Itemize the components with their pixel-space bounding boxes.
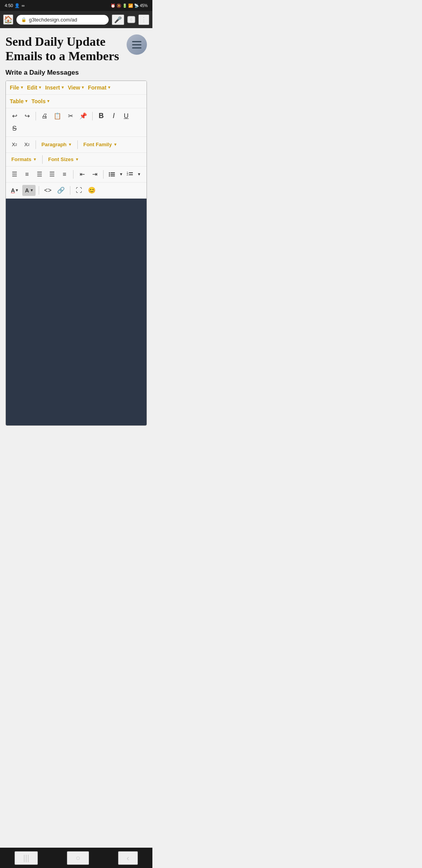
toolbar-row-6: ☰ ≡ ☰ ☰ ≡ ⇤ ⇥ xyxy=(6,167,147,183)
font-color-button[interactable]: A ▼ xyxy=(9,185,21,196)
page-title: Send Daily Update Emails to a Members xyxy=(5,34,147,63)
person-icon: 👤 xyxy=(14,3,20,8)
svg-point-4 xyxy=(109,175,110,176)
file-menu[interactable]: File ▼ xyxy=(9,83,25,92)
code-button[interactable]: <> xyxy=(42,185,54,196)
font-sizes-arrow: ▼ xyxy=(75,157,79,161)
formats-dropdown[interactable]: Formats ▼ xyxy=(9,155,39,163)
svg-rect-5 xyxy=(111,176,115,176)
svg-rect-7 xyxy=(129,172,133,173)
separator-9 xyxy=(70,186,70,195)
toolbar: File ▼ Edit ▼ Insert ▼ View ▼ Format ▼ xyxy=(6,81,147,199)
table-menu[interactable]: Table ▼ xyxy=(9,97,29,106)
print-button[interactable]: 🖨 xyxy=(39,111,50,122)
highlight-arrow: ▼ xyxy=(30,188,34,192)
alarm-icon: ⏰ xyxy=(111,4,115,8)
link-button[interactable]: 🔗 xyxy=(55,185,67,196)
align-right-button[interactable]: ☰ xyxy=(34,169,45,180)
toolbar-row-3: ↩ ↪ 🖨 📋 ✂ 📌 B I U S xyxy=(6,108,147,137)
toolbar-row-2: Table ▼ Tools ▼ xyxy=(6,95,147,108)
underline-button[interactable]: U xyxy=(121,111,132,122)
view-arrow: ▼ xyxy=(81,85,85,90)
browser-bar: 🏠 🔒 g3techdesign.com/ad 🎤 6 ⋮ xyxy=(0,11,152,28)
font-sizes-dropdown[interactable]: Font Sizes ▼ xyxy=(46,155,81,163)
file-arrow: ▼ xyxy=(20,85,24,90)
tools-menu[interactable]: Tools ▼ xyxy=(30,97,51,106)
formats-arrow: ▼ xyxy=(33,157,37,161)
separator-4 xyxy=(77,140,78,149)
separator-7 xyxy=(103,170,104,179)
subscript-button[interactable]: X2 xyxy=(21,139,32,150)
bullet-list-arrow[interactable]: ▼ xyxy=(119,172,123,176)
battery-icon: 🔋 xyxy=(122,4,127,8)
separator-6 xyxy=(73,170,73,179)
url-text: g3techdesign.com/ad xyxy=(29,17,77,23)
italic-button[interactable]: I xyxy=(108,111,119,122)
status-right: ⏰ 🔕 🔋 📶 📡 45% xyxy=(111,4,148,8)
svg-rect-3 xyxy=(111,174,115,175)
mute-icon: 🔕 xyxy=(116,4,121,8)
tools-arrow: ▼ xyxy=(46,99,50,103)
battery-percent: 45% xyxy=(140,4,148,8)
paragraph-arrow: ▼ xyxy=(68,142,72,147)
indent-button[interactable]: ⇥ xyxy=(89,169,100,180)
outdent-button[interactable]: ⇤ xyxy=(77,169,88,180)
superscript-button[interactable]: X2 xyxy=(9,139,20,150)
table-arrow: ▼ xyxy=(25,99,29,103)
font-family-arrow: ▼ xyxy=(113,142,117,147)
highlight-button[interactable]: A ▼ xyxy=(22,185,36,196)
status-bar: 4:50 👤 ∞ ⏰ 🔕 🔋 📶 📡 45% xyxy=(0,0,152,11)
microphone-button[interactable]: 🎤 xyxy=(112,14,124,25)
fullscreen-button[interactable]: ⛶ xyxy=(73,185,84,196)
align-center-button[interactable]: ≡ xyxy=(21,169,32,180)
title-area: Send Daily Update Emails to a Members xyxy=(5,34,147,63)
font-family-dropdown[interactable]: Font Family ▼ xyxy=(81,140,120,149)
separator-8 xyxy=(39,186,39,195)
view-menu[interactable]: View ▼ xyxy=(67,83,86,92)
svg-point-2 xyxy=(109,174,110,175)
numbered-list-button[interactable]: 1. 2. xyxy=(125,169,136,180)
page-content: Send Daily Update Emails to a Members Wr… xyxy=(0,28,152,434)
insert-menu[interactable]: Insert ▼ xyxy=(44,83,65,92)
hamburger-menu-button[interactable] xyxy=(127,34,147,55)
align-left-button[interactable]: ☰ xyxy=(9,169,20,180)
toolbar-row-7: A ▼ A ▼ <> 🔗 ⛶ 😊 xyxy=(6,183,147,198)
separator-1 xyxy=(36,112,36,120)
format-arrow: ▼ xyxy=(107,85,111,90)
undo-button[interactable]: ↩ xyxy=(9,111,20,122)
copy-button[interactable]: 📋 xyxy=(52,111,63,122)
paste-button[interactable]: 📌 xyxy=(77,111,89,122)
toolbar-row-1: File ▼ Edit ▼ Insert ▼ View ▼ Format ▼ xyxy=(6,81,147,95)
section-label: Write a Daily Messages xyxy=(5,69,147,77)
lock-icon: 🔒 xyxy=(21,17,27,22)
svg-rect-9 xyxy=(129,174,133,175)
editor-area[interactable] xyxy=(6,199,147,425)
time: 4:50 xyxy=(5,3,13,8)
tabs-button[interactable]: 6 xyxy=(127,16,135,23)
edit-arrow: ▼ xyxy=(38,85,42,90)
align-full-button[interactable]: ≡ xyxy=(59,169,70,180)
numbered-list-arrow[interactable]: ▼ xyxy=(137,172,141,176)
bold-button[interactable]: B xyxy=(96,111,107,122)
editor-container: File ▼ Edit ▼ Insert ▼ View ▼ Format ▼ xyxy=(5,81,147,426)
signal-icon: 📡 xyxy=(134,4,139,8)
toolbar-row-4: X2 X2 Paragraph ▼ Font Family ▼ xyxy=(6,137,147,153)
svg-rect-1 xyxy=(111,172,115,173)
svg-point-0 xyxy=(109,172,110,173)
font-color-arrow: ▼ xyxy=(15,188,19,192)
strikethrough-button[interactable]: S xyxy=(9,123,20,134)
more-options-button[interactable]: ⋮ xyxy=(138,14,149,25)
emoji-button[interactable]: 😊 xyxy=(86,185,98,196)
align-justify-button[interactable]: ☰ xyxy=(46,169,57,180)
cut-button[interactable]: ✂ xyxy=(65,111,76,122)
separator-5 xyxy=(42,155,43,164)
bullet-list-button[interactable] xyxy=(107,169,118,180)
home-button[interactable]: 🏠 xyxy=(3,14,13,25)
edit-menu[interactable]: Edit ▼ xyxy=(26,83,43,92)
format-menu[interactable]: Format ▼ xyxy=(87,83,112,92)
url-bar[interactable]: 🔒 g3techdesign.com/ad xyxy=(16,15,109,25)
hamburger-line-3 xyxy=(132,47,141,48)
redo-button[interactable]: ↪ xyxy=(21,111,32,122)
paragraph-dropdown[interactable]: Paragraph ▼ xyxy=(39,140,74,149)
hamburger-line-2 xyxy=(132,44,141,45)
